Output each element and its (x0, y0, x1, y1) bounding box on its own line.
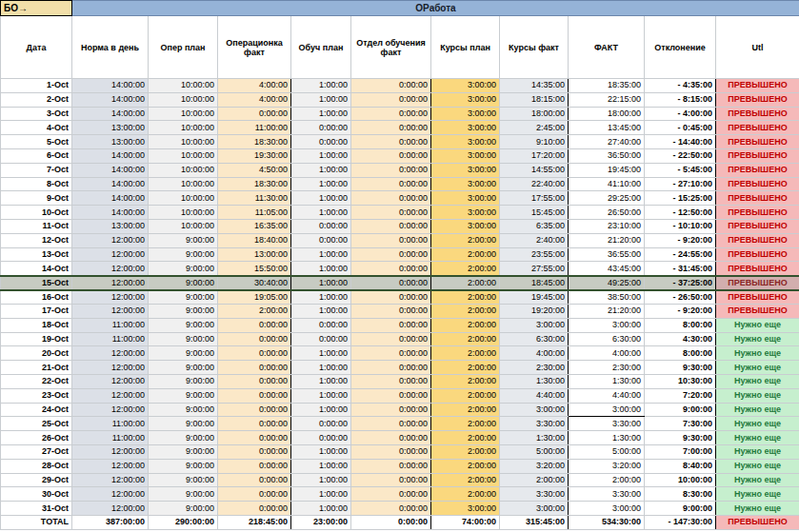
teach-fact-cell[interactable]: 0:00:00 (351, 515, 431, 529)
utl-cell[interactable]: ПРЕВЫШЕНО (716, 135, 799, 149)
oper-plan-cell[interactable]: 9:00:00 (149, 346, 218, 361)
oper-fact-cell[interactable]: 11:30:00 (218, 191, 291, 206)
teach-plan-cell[interactable]: 1:00:00 (291, 304, 351, 318)
sheet-band-title[interactable]: ОРабота (72, 1, 799, 16)
utl-cell[interactable]: Нужно еще (716, 487, 799, 502)
oper-plan-cell[interactable]: 9:00:00 (149, 361, 218, 375)
course-plan-cell[interactable]: 3:00:00 (431, 163, 500, 177)
deviation-cell[interactable]: - 27:10:00 (645, 177, 716, 191)
course-fact-cell[interactable]: 27:55:00 (500, 262, 569, 276)
date-cell[interactable]: 15-Oct (1, 276, 72, 290)
oper-fact-cell[interactable]: 0:00:00 (218, 107, 291, 121)
fact-cell[interactable]: 13:45:00 (569, 121, 645, 135)
teach-plan-cell[interactable]: 1:00:00 (291, 388, 351, 403)
oper-fact-cell[interactable]: 16:35:00 (218, 219, 291, 233)
date-cell[interactable]: 17-Oct (1, 304, 72, 318)
course-fact-cell[interactable]: 1:30:00 (500, 374, 569, 388)
teach-fact-cell[interactable]: 0:00:00 (351, 219, 431, 233)
utl-cell[interactable]: ПРЕВЫШЕНО (716, 177, 799, 191)
teach-fact-cell[interactable]: 0:00:00 (351, 191, 431, 206)
norm-cell[interactable]: 12:00:00 (72, 473, 149, 487)
oper-plan-cell[interactable]: 10:00:00 (149, 79, 218, 93)
utl-cell[interactable]: ПРЕВЫШЕНО (716, 276, 799, 290)
course-plan-cell[interactable]: 3:00:00 (431, 121, 500, 135)
oper-plan-cell[interactable]: 9:00:00 (149, 473, 218, 487)
oper-plan-cell[interactable]: 9:00:00 (149, 318, 218, 332)
course-plan-cell[interactable]: 2:00:00 (431, 473, 500, 487)
oper-fact-cell[interactable]: 0:00:00 (218, 361, 291, 375)
teach-fact-cell[interactable]: 0:00:00 (351, 459, 431, 473)
oper-fact-cell[interactable]: 0:00:00 (218, 417, 291, 431)
utl-cell[interactable]: ПРЕВЫШЕНО (716, 206, 799, 220)
fact-cell[interactable]: 36:50:00 (569, 148, 645, 163)
course-fact-cell[interactable]: 4:00:00 (500, 346, 569, 361)
utl-cell[interactable]: ПРЕВЫШЕНО (716, 92, 799, 107)
teach-plan-cell[interactable]: 1:00:00 (291, 92, 351, 107)
column-header-oper-fact[interactable]: Операционка факт (218, 16, 291, 79)
oper-fact-cell[interactable]: 4:00:00 (218, 79, 291, 93)
oper-fact-cell[interactable]: 19:05:00 (218, 290, 291, 305)
corner-cell[interactable]: БО→ (1, 1, 72, 16)
utl-cell[interactable]: ПРЕВЫШЕНО (716, 148, 799, 163)
course-fact-cell[interactable]: 2:45:00 (500, 121, 569, 135)
utl-cell[interactable]: Нужно еще (716, 459, 799, 473)
course-fact-cell[interactable]: 3:30:00 (500, 487, 569, 502)
deviation-cell[interactable]: 9:00:00 (645, 403, 716, 417)
norm-cell[interactable]: 14:00:00 (72, 206, 149, 220)
utl-cell[interactable]: Нужно еще (716, 417, 799, 431)
teach-fact-cell[interactable]: 0:00:00 (351, 361, 431, 375)
oper-fact-cell[interactable]: 218:45:00 (218, 515, 291, 529)
norm-cell[interactable]: 14:00:00 (72, 191, 149, 206)
norm-cell[interactable]: 12:00:00 (72, 233, 149, 247)
oper-fact-cell[interactable]: 15:50:00 (218, 262, 291, 276)
utl-cell[interactable]: Нужно еще (716, 502, 799, 516)
fact-cell[interactable]: 3:00:00 (569, 318, 645, 332)
course-fact-cell[interactable]: 3:20:00 (500, 459, 569, 473)
oper-plan-cell[interactable]: 9:00:00 (149, 374, 218, 388)
deviation-cell[interactable]: 7:20:00 (645, 388, 716, 403)
utl-cell[interactable]: ПРЕВЫШЕНО (716, 262, 799, 276)
utl-cell[interactable]: ПРЕВЫШЕНО (716, 304, 799, 318)
deviation-cell[interactable]: - 147:30:00 (645, 515, 716, 529)
course-plan-cell[interactable]: 3:00:00 (431, 107, 500, 121)
deviation-cell[interactable]: - 0:45:00 (645, 121, 716, 135)
utl-cell[interactable]: Нужно еще (716, 374, 799, 388)
date-cell[interactable]: 24-Oct (1, 403, 72, 417)
teach-plan-cell[interactable]: 1:00:00 (291, 459, 351, 473)
utl-cell[interactable]: ПРЕВЫШЕНО (716, 191, 799, 206)
date-cell[interactable]: 18-Oct (1, 318, 72, 332)
deviation-cell[interactable]: - 10:10:00 (645, 219, 716, 233)
teach-plan-cell[interactable]: 1:00:00 (291, 403, 351, 417)
oper-fact-cell[interactable]: 4:50:00 (218, 163, 291, 177)
date-cell[interactable]: 21-Oct (1, 361, 72, 375)
deviation-cell[interactable]: - 14:40:00 (645, 135, 716, 149)
date-cell[interactable]: 28-Oct (1, 459, 72, 473)
oper-plan-cell[interactable]: 10:00:00 (149, 206, 218, 220)
teach-plan-cell[interactable]: 1:00:00 (291, 374, 351, 388)
fact-cell[interactable]: 3:30:00 (569, 417, 645, 431)
oper-plan-cell[interactable]: 9:00:00 (149, 417, 218, 431)
teach-plan-cell[interactable]: 0:00:00 (291, 332, 351, 346)
oper-plan-cell[interactable]: 9:00:00 (149, 304, 218, 318)
fact-cell[interactable]: 21:20:00 (569, 304, 645, 318)
deviation-cell[interactable]: 8:30:00 (645, 487, 716, 502)
oper-plan-cell[interactable]: 9:00:00 (149, 502, 218, 516)
course-fact-cell[interactable]: 14:55:00 (500, 163, 569, 177)
teach-fact-cell[interactable]: 0:00:00 (351, 262, 431, 276)
fact-cell[interactable]: 534:30:00 (569, 515, 645, 529)
fact-cell[interactable]: 38:50:00 (569, 290, 645, 305)
fact-cell[interactable]: 23:10:00 (569, 219, 645, 233)
utl-cell[interactable]: ПРЕВЫШЕНО (716, 290, 799, 305)
teach-fact-cell[interactable]: 0:00:00 (351, 318, 431, 332)
teach-plan-cell[interactable]: 1:00:00 (291, 206, 351, 220)
utl-cell[interactable]: Нужно еще (716, 332, 799, 346)
teach-fact-cell[interactable]: 0:00:00 (351, 163, 431, 177)
date-cell[interactable]: 3-Oct (1, 107, 72, 121)
oper-fact-cell[interactable]: 0:00:00 (218, 346, 291, 361)
course-plan-cell[interactable]: 3:00:00 (431, 92, 500, 107)
deviation-cell[interactable]: - 22:50:00 (645, 148, 716, 163)
oper-fact-cell[interactable]: 4:00:00 (218, 92, 291, 107)
teach-plan-cell[interactable]: 0:00:00 (291, 417, 351, 431)
oper-plan-cell[interactable]: 10:00:00 (149, 177, 218, 191)
date-cell[interactable]: 25-Oct (1, 417, 72, 431)
